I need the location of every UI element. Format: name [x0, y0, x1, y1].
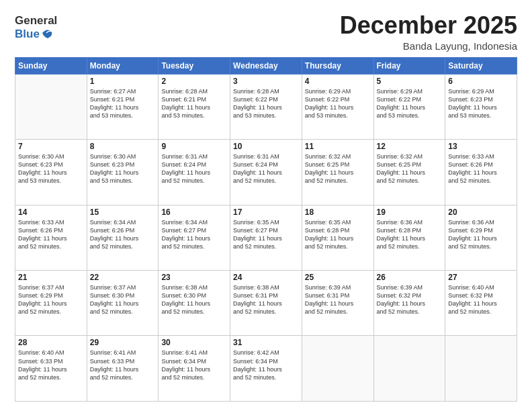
month-title: December 2025	[340, 12, 517, 39]
logo-general-text: General	[15, 15, 57, 26]
calendar-cell: 8Sunrise: 6:30 AM Sunset: 6:23 PM Daylig…	[87, 140, 159, 205]
day-number: 6	[448, 77, 514, 86]
calendar-cell: 14Sunrise: 6:33 AM Sunset: 6:26 PM Dayli…	[15, 205, 87, 270]
day-number: 15	[90, 208, 156, 217]
page: General Blue December 2025 Banda Layung,…	[0, 0, 532, 411]
day-header-friday: Friday	[373, 57, 445, 74]
calendar-cell: 19Sunrise: 6:36 AM Sunset: 6:28 PM Dayli…	[373, 205, 445, 270]
calendar-cell	[373, 336, 445, 402]
calendar-cell: 2Sunrise: 6:28 AM Sunset: 6:21 PM Daylig…	[159, 74, 230, 139]
logo-blue-text: Blue	[15, 28, 40, 40]
calendar-cell: 15Sunrise: 6:34 AM Sunset: 6:26 PM Dayli…	[87, 205, 159, 270]
location: Banda Layung, Indonesia	[340, 40, 517, 52]
day-info: Sunrise: 6:38 AM Sunset: 6:30 PM Dayligh…	[161, 283, 227, 316]
calendar-cell	[445, 336, 517, 402]
calendar-cell: 29Sunrise: 6:41 AM Sunset: 6:33 PM Dayli…	[87, 336, 159, 402]
calendar-cell: 12Sunrise: 6:32 AM Sunset: 6:25 PM Dayli…	[373, 140, 445, 205]
calendar-week-row: 1Sunrise: 6:27 AM Sunset: 6:21 PM Daylig…	[15, 74, 517, 139]
day-number: 17	[233, 208, 299, 217]
calendar-cell: 27Sunrise: 6:40 AM Sunset: 6:32 PM Dayli…	[445, 271, 517, 336]
day-info: Sunrise: 6:41 AM Sunset: 6:34 PM Dayligh…	[161, 349, 227, 381]
day-info: Sunrise: 6:29 AM Sunset: 6:22 PM Dayligh…	[377, 87, 443, 120]
day-header-monday: Monday	[87, 57, 159, 74]
day-number: 5	[377, 77, 443, 86]
calendar-cell: 17Sunrise: 6:35 AM Sunset: 6:27 PM Dayli…	[230, 205, 302, 270]
calendar-cell: 26Sunrise: 6:39 AM Sunset: 6:32 PM Dayli…	[373, 271, 445, 336]
calendar-header-row: SundayMondayTuesdayWednesdayThursdayFrid…	[15, 57, 517, 74]
calendar-cell: 9Sunrise: 6:31 AM Sunset: 6:24 PM Daylig…	[159, 140, 230, 205]
day-number: 4	[305, 77, 371, 86]
calendar-cell: 1Sunrise: 6:27 AM Sunset: 6:21 PM Daylig…	[87, 74, 159, 139]
day-number: 7	[18, 142, 84, 151]
day-info: Sunrise: 6:37 AM Sunset: 6:29 PM Dayligh…	[18, 283, 84, 316]
day-number: 14	[18, 208, 84, 217]
logo-icon	[41, 26, 53, 40]
day-number: 21	[18, 273, 84, 282]
day-number: 10	[233, 142, 299, 151]
day-header-tuesday: Tuesday	[159, 57, 230, 74]
day-info: Sunrise: 6:30 AM Sunset: 6:23 PM Dayligh…	[18, 152, 84, 185]
day-info: Sunrise: 6:36 AM Sunset: 6:29 PM Dayligh…	[448, 218, 514, 251]
day-number: 12	[377, 142, 443, 151]
day-header-wednesday: Wednesday	[230, 57, 302, 74]
day-info: Sunrise: 6:32 AM Sunset: 6:25 PM Dayligh…	[377, 152, 443, 185]
day-info: Sunrise: 6:32 AM Sunset: 6:25 PM Dayligh…	[305, 152, 371, 185]
calendar-cell: 20Sunrise: 6:36 AM Sunset: 6:29 PM Dayli…	[445, 205, 517, 270]
calendar-cell: 5Sunrise: 6:29 AM Sunset: 6:22 PM Daylig…	[373, 74, 445, 139]
day-header-saturday: Saturday	[445, 57, 517, 74]
calendar-cell: 4Sunrise: 6:29 AM Sunset: 6:22 PM Daylig…	[302, 74, 373, 139]
day-number: 19	[377, 208, 443, 217]
day-info: Sunrise: 6:33 AM Sunset: 6:26 PM Dayligh…	[18, 218, 84, 251]
calendar-cell	[302, 336, 373, 402]
calendar-cell: 28Sunrise: 6:40 AM Sunset: 6:33 PM Dayli…	[15, 336, 87, 402]
calendar-week-row: 21Sunrise: 6:37 AM Sunset: 6:29 PM Dayli…	[15, 271, 517, 336]
day-number: 25	[305, 273, 371, 282]
day-number: 1	[90, 77, 156, 86]
day-number: 26	[377, 273, 443, 282]
day-info: Sunrise: 6:30 AM Sunset: 6:23 PM Dayligh…	[90, 152, 156, 185]
calendar-week-row: 7Sunrise: 6:30 AM Sunset: 6:23 PM Daylig…	[15, 140, 517, 205]
day-info: Sunrise: 6:36 AM Sunset: 6:28 PM Dayligh…	[377, 218, 443, 251]
calendar-cell: 23Sunrise: 6:38 AM Sunset: 6:30 PM Dayli…	[159, 271, 230, 336]
calendar-cell: 22Sunrise: 6:37 AM Sunset: 6:30 PM Dayli…	[87, 271, 159, 336]
day-info: Sunrise: 6:34 AM Sunset: 6:26 PM Dayligh…	[90, 218, 156, 251]
day-number: 11	[305, 142, 371, 151]
day-info: Sunrise: 6:31 AM Sunset: 6:24 PM Dayligh…	[161, 152, 227, 185]
calendar-cell: 13Sunrise: 6:33 AM Sunset: 6:26 PM Dayli…	[445, 140, 517, 205]
calendar-week-row: 28Sunrise: 6:40 AM Sunset: 6:33 PM Dayli…	[15, 336, 517, 402]
day-header-thursday: Thursday	[302, 57, 373, 74]
day-number: 18	[305, 208, 371, 217]
day-info: Sunrise: 6:33 AM Sunset: 6:26 PM Dayligh…	[448, 152, 514, 185]
calendar-cell: 6Sunrise: 6:29 AM Sunset: 6:23 PM Daylig…	[445, 74, 517, 139]
calendar-cell: 31Sunrise: 6:42 AM Sunset: 6:34 PM Dayli…	[230, 336, 302, 402]
day-info: Sunrise: 6:27 AM Sunset: 6:21 PM Dayligh…	[90, 87, 156, 120]
calendar-cell: 3Sunrise: 6:28 AM Sunset: 6:22 PM Daylig…	[230, 74, 302, 139]
day-number: 9	[161, 142, 227, 151]
calendar-cell: 30Sunrise: 6:41 AM Sunset: 6:34 PM Dayli…	[159, 336, 230, 402]
calendar-cell: 7Sunrise: 6:30 AM Sunset: 6:23 PM Daylig…	[15, 140, 87, 205]
day-number: 27	[448, 273, 514, 282]
day-info: Sunrise: 6:28 AM Sunset: 6:22 PM Dayligh…	[233, 87, 299, 120]
day-info: Sunrise: 6:39 AM Sunset: 6:32 PM Dayligh…	[377, 283, 443, 316]
day-info: Sunrise: 6:29 AM Sunset: 6:23 PM Dayligh…	[448, 87, 514, 120]
calendar-cell: 18Sunrise: 6:35 AM Sunset: 6:28 PM Dayli…	[302, 205, 373, 270]
day-info: Sunrise: 6:40 AM Sunset: 6:32 PM Dayligh…	[448, 283, 514, 316]
day-number: 20	[448, 208, 514, 217]
calendar-cell: 11Sunrise: 6:32 AM Sunset: 6:25 PM Dayli…	[302, 140, 373, 205]
day-info: Sunrise: 6:38 AM Sunset: 6:31 PM Dayligh…	[233, 283, 299, 316]
day-info: Sunrise: 6:39 AM Sunset: 6:31 PM Dayligh…	[305, 283, 371, 316]
calendar-cell: 16Sunrise: 6:34 AM Sunset: 6:27 PM Dayli…	[159, 205, 230, 270]
title-block: December 2025 Banda Layung, Indonesia	[340, 12, 517, 52]
day-number: 31	[233, 338, 299, 347]
header: General Blue December 2025 Banda Layung,…	[15, 12, 517, 52]
day-info: Sunrise: 6:40 AM Sunset: 6:33 PM Dayligh…	[18, 349, 84, 381]
day-number: 23	[161, 273, 227, 282]
day-number: 16	[161, 208, 227, 217]
day-number: 30	[161, 338, 227, 347]
day-number: 28	[18, 338, 84, 347]
day-info: Sunrise: 6:37 AM Sunset: 6:30 PM Dayligh…	[90, 283, 156, 316]
day-number: 8	[90, 142, 156, 151]
logo: General Blue	[15, 15, 57, 41]
day-number: 3	[233, 77, 299, 86]
day-info: Sunrise: 6:35 AM Sunset: 6:28 PM Dayligh…	[305, 218, 371, 251]
